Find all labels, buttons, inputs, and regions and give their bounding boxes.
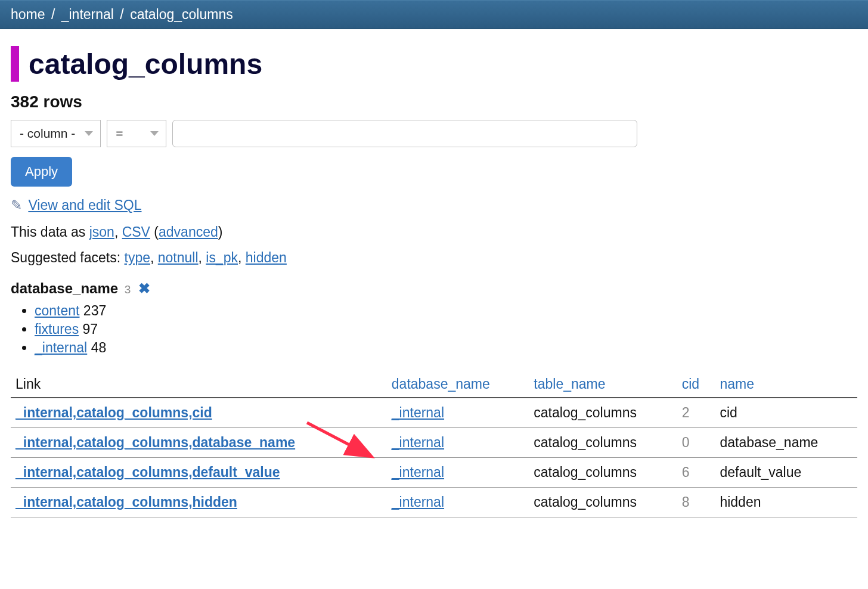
- col-header-table-name[interactable]: table_name: [529, 370, 677, 398]
- facet-value-count: 48: [91, 340, 107, 355]
- export-csv-link[interactable]: CSV: [122, 224, 150, 240]
- facet-suggest-type[interactable]: type: [125, 250, 150, 265]
- active-facet-name: database_name: [11, 280, 118, 296]
- cell-cid: 8: [677, 488, 715, 517]
- data-as-prefix: This data as: [11, 224, 89, 240]
- row-link[interactable]: _internal,catalog_columns,default_value: [16, 464, 280, 480]
- filter-column-select[interactable]: - column -: [11, 120, 101, 147]
- breadcrumb-table: catalog_columns: [130, 7, 233, 22]
- list-item: _internal 48: [35, 340, 857, 356]
- facet-value-fixtures[interactable]: fixtures: [35, 321, 79, 337]
- filter-op-value: =: [116, 126, 123, 140]
- col-header-database-name[interactable]: database_name: [387, 370, 529, 398]
- cell-name: hidden: [715, 488, 857, 517]
- row-link[interactable]: _internal,catalog_columns,database_name: [16, 435, 295, 450]
- filter-op-select[interactable]: =: [107, 120, 166, 147]
- table-row: _internal,catalog_columns,default_value …: [11, 458, 857, 488]
- data-table: Link database_name table_name cid name _…: [11, 370, 857, 517]
- row-link[interactable]: _internal,catalog_columns,hidden: [16, 494, 237, 510]
- breadcrumb-sep: /: [51, 7, 55, 22]
- breadcrumb: home / _internal / catalog_columns: [0, 0, 868, 29]
- breadcrumb-db[interactable]: _internal: [61, 7, 114, 22]
- cell-name: default_value: [715, 458, 857, 488]
- table-row: _internal,catalog_columns,database_name …: [11, 428, 857, 458]
- cell-database-name[interactable]: _internal: [392, 494, 444, 510]
- cell-table-name: catalog_columns: [529, 458, 677, 488]
- export-json-link[interactable]: json: [89, 224, 114, 240]
- data-as-line: This data as json, CSV (advanced): [11, 224, 857, 240]
- page-title-text: catalog_columns: [29, 48, 262, 80]
- chevron-down-icon: [150, 131, 159, 136]
- title-accent: [11, 46, 19, 82]
- facet-value-list: content 237 fixtures 97 _internal 48: [23, 303, 857, 356]
- facet-value-content[interactable]: content: [35, 303, 79, 318]
- export-advanced-link[interactable]: advanced: [159, 224, 218, 240]
- cell-cid: 6: [677, 458, 715, 488]
- col-header-link[interactable]: Link: [11, 370, 387, 398]
- filter-row: - column - =: [11, 120, 857, 147]
- table-row: _internal,catalog_columns,cid _internal …: [11, 398, 857, 428]
- cell-cid: 2: [677, 398, 715, 428]
- cell-name: cid: [715, 398, 857, 428]
- cell-table-name: catalog_columns: [529, 398, 677, 428]
- close-icon[interactable]: ✖: [138, 280, 150, 296]
- active-facet-count: 3: [125, 283, 131, 296]
- cell-table-name: catalog_columns: [529, 488, 677, 517]
- facet-value-internal[interactable]: _internal: [35, 340, 87, 355]
- active-facet-heading: database_name 3 ✖: [11, 280, 857, 297]
- cell-name: database_name: [715, 428, 857, 458]
- breadcrumb-sep: /: [120, 7, 123, 22]
- cell-database-name[interactable]: _internal: [392, 464, 444, 480]
- breadcrumb-home[interactable]: home: [11, 7, 45, 22]
- facet-suggest-hidden[interactable]: hidden: [246, 250, 287, 265]
- col-header-cid[interactable]: cid: [677, 370, 715, 398]
- view-edit-sql-link[interactable]: View and edit SQL: [28, 197, 141, 213]
- filter-column-value: - column -: [20, 126, 75, 140]
- list-item: fixtures 97: [35, 321, 857, 337]
- cell-database-name[interactable]: _internal: [392, 405, 444, 420]
- list-item: content 237: [35, 303, 857, 319]
- row-link[interactable]: _internal,catalog_columns,cid: [16, 405, 212, 420]
- suggested-facets-line: Suggested facets: type, notnull, is_pk, …: [11, 250, 857, 266]
- table-row: _internal,catalog_columns,hidden _intern…: [11, 488, 857, 517]
- apply-button[interactable]: Apply: [11, 157, 72, 187]
- facet-suggest-notnull[interactable]: notnull: [158, 250, 199, 265]
- suggested-facets-prefix: Suggested facets:: [11, 250, 125, 265]
- view-sql-line: ✎ View and edit SQL: [11, 197, 857, 213]
- facet-value-count: 237: [83, 303, 106, 318]
- table-header-row: Link database_name table_name cid name: [11, 370, 857, 398]
- page-title: catalog_columns: [11, 46, 857, 82]
- cell-database-name[interactable]: _internal: [392, 435, 444, 450]
- cell-cid: 0: [677, 428, 715, 458]
- facet-value-count: 97: [83, 321, 98, 337]
- chevron-down-icon: [85, 131, 93, 136]
- row-count: 382 rows: [11, 92, 857, 111]
- pencil-icon: ✎: [11, 197, 22, 213]
- cell-table-name: catalog_columns: [529, 428, 677, 458]
- col-header-name[interactable]: name: [715, 370, 857, 398]
- filter-value-input[interactable]: [172, 120, 637, 147]
- facet-suggest-is-pk[interactable]: is_pk: [206, 250, 238, 265]
